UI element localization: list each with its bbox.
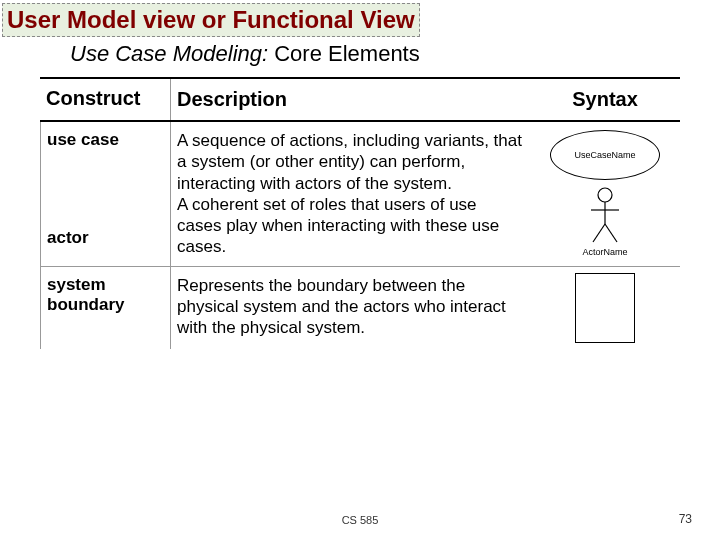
slide-title: User Model view or Functional View: [2, 3, 420, 37]
construct-actor: actor: [47, 228, 164, 248]
construct-cell: system boundary: [40, 267, 170, 349]
syntax-cell: UseCaseName ActorName: [530, 122, 680, 266]
footer-course: CS 585: [342, 514, 379, 526]
svg-point-0: [598, 188, 612, 202]
description-cell: Represents the boundary between the phys…: [170, 267, 530, 349]
description-cell: A sequence of actions, including variant…: [170, 122, 530, 266]
actor-name-label: ActorName: [582, 247, 627, 257]
subtitle-italic: Use Case Modeling:: [70, 41, 268, 66]
construct-cell: use case actor: [40, 122, 170, 266]
svg-line-3: [593, 224, 605, 242]
svg-line-4: [605, 224, 617, 242]
actor-icon: [585, 186, 625, 246]
subtitle-rest: Core Elements: [268, 41, 420, 66]
syntax-cell: [530, 267, 680, 349]
slide-subtitle: Use Case Modeling: Core Elements: [70, 41, 720, 67]
table-row: system boundary Represents the boundary …: [40, 267, 680, 349]
header-description: Description: [170, 79, 530, 120]
construct-usecase: use case: [47, 130, 164, 150]
elements-table: Construct Description Syntax use case ac…: [40, 77, 680, 349]
usecase-name-label: UseCaseName: [574, 150, 635, 160]
actor-stick-figure-icon: ActorName: [582, 186, 627, 257]
header-syntax: Syntax: [530, 79, 680, 120]
usecase-ellipse-icon: UseCaseName: [550, 130, 660, 180]
system-boundary-rect-icon: [575, 273, 635, 343]
footer-page-number: 73: [679, 512, 692, 526]
table-header: Construct Description Syntax: [40, 79, 680, 122]
table-row: use case actor A sequence of actions, in…: [40, 122, 680, 267]
header-construct: Construct: [40, 79, 170, 120]
